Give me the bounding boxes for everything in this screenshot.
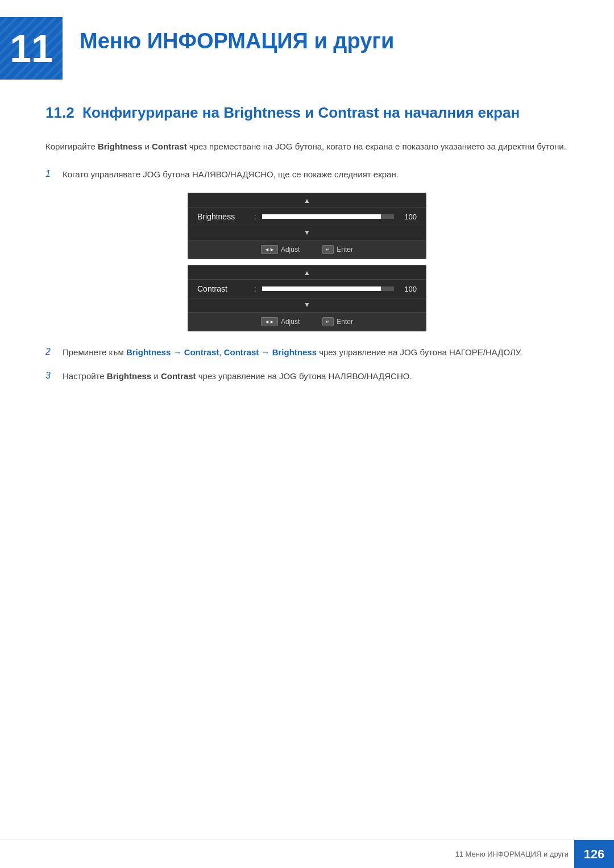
section-number: 11.2 — [45, 104, 74, 121]
intro-text-3: чрез преместване на JOG бутона, когато н… — [187, 142, 566, 151]
step2-item: 2 Преминете към Brightness → Contrast, C… — [45, 346, 569, 359]
enter-label-2: Enter — [337, 318, 353, 326]
chapter-number-block: 11 — [0, 17, 63, 80]
contrast-adjust-btn: ◄► Adjust — [261, 317, 300, 326]
step3-bold2: Contrast — [161, 371, 196, 381]
step2-arrow2: → — [259, 347, 272, 357]
step3-text1: Настройте — [63, 371, 107, 381]
intro-text-2: и — [142, 142, 152, 151]
section-title-text: Конфигуриране на Brightness и Contrast н… — [82, 104, 520, 121]
contrast-label: Contrast — [197, 284, 248, 293]
step2-bold3: Contrast — [224, 347, 259, 357]
contrast-enter-btn: ↵ Enter — [322, 317, 353, 326]
brightness-enter-btn: ↵ Enter — [322, 245, 353, 254]
step2-bold1: Brightness — [126, 347, 171, 357]
chapter-number: 11 — [10, 29, 53, 68]
step2-text: Преминете към Brightness → Contrast, Con… — [63, 346, 569, 359]
adjust-icon-2: ◄► — [261, 317, 278, 326]
down-arrow-icon-2: ▼ — [304, 301, 310, 309]
step2-sep: , — [219, 347, 223, 357]
contrast-bar — [262, 286, 394, 291]
footer-page-number: 126 — [574, 840, 614, 869]
brightness-top-arrow: ▲ — [188, 193, 426, 207]
step2-arrow1: → — [171, 347, 184, 357]
step1-item: 1 Когато управлявате JOG бутона НАЛЯВО/Н… — [45, 168, 569, 181]
step3-bold1: Brightness — [107, 371, 151, 381]
brightness-colon: : — [254, 212, 256, 221]
contrast-top-arrow: ▲ — [188, 265, 426, 280]
adjust-icon: ◄► — [261, 245, 278, 254]
contrast-bar-fill — [262, 286, 381, 291]
contrast-row: Contrast : 100 — [188, 280, 426, 298]
step1-number: 1 — [45, 168, 63, 179]
brightness-osd-panel: ▲ Brightness : 100 ▼ ◄► Adjust — [188, 193, 426, 259]
intro-bold1: Brightness — [98, 142, 142, 151]
brightness-row: Brightness : 100 — [188, 207, 426, 226]
page-footer: 11 Меню ИНФОРМАЦИЯ и други 126 — [0, 840, 614, 868]
enter-icon: ↵ — [322, 245, 334, 254]
intro-paragraph: Коригирайте Brightness и Contrast чрез п… — [45, 140, 569, 153]
down-arrow-icon: ▼ — [304, 229, 310, 236]
step3-number: 3 — [45, 369, 63, 381]
main-content: 11.2 Конфигуриране на Brightness и Contr… — [0, 102, 614, 439]
step3-text3: чрез управление на JOG бутона НАЛЯВО/НАД… — [196, 371, 412, 381]
section-title: 11.2 Конфигуриране на Brightness и Contr… — [45, 102, 569, 123]
contrast-footer: ◄► Adjust ↵ Enter — [188, 313, 426, 331]
step2-text2: чрез управление на JOG бутона НАГОРЕ/НАД… — [317, 347, 522, 357]
brightness-label: Brightness — [197, 212, 248, 221]
step2-number: 2 — [45, 346, 63, 357]
contrast-osd-panel: ▲ Contrast : 100 ▼ ◄► Adjust — [188, 265, 426, 331]
header: 11 Меню ИНФОРМАЦИЯ и други — [0, 0, 614, 91]
contrast-value: 100 — [400, 285, 417, 293]
enter-label: Enter — [337, 246, 353, 254]
brightness-adjust-btn: ◄► Adjust — [261, 245, 300, 254]
intro-text-1: Коригирайте — [45, 142, 98, 151]
enter-icon-2: ↵ — [322, 317, 334, 326]
chapter-title: Меню ИНФОРМАЦИЯ и други — [63, 17, 394, 55]
contrast-colon: : — [254, 284, 256, 293]
brightness-bar — [262, 214, 394, 219]
up-arrow-icon: ▲ — [304, 197, 310, 205]
up-arrow-icon-2: ▲ — [304, 269, 310, 277]
brightness-bottom-arrow: ▼ — [188, 226, 426, 240]
screen-container: ▲ Brightness : 100 ▼ ◄► Adjust — [45, 193, 569, 331]
step1-text: Когато управлявате JOG бутона НАЛЯВО/НАД… — [63, 168, 569, 181]
step3-text: Настройте Brightness и Contrast чрез упр… — [63, 369, 569, 383]
brightness-footer: ◄► Adjust ↵ Enter — [188, 240, 426, 259]
intro-bold2: Contrast — [152, 142, 187, 151]
brightness-value: 100 — [400, 213, 417, 221]
adjust-label: Adjust — [281, 246, 300, 254]
step2-bold2: Contrast — [184, 347, 219, 357]
step3-item: 3 Настройте Brightness и Contrast чрез у… — [45, 369, 569, 383]
contrast-bottom-arrow: ▼ — [188, 298, 426, 313]
step3-text2: и — [151, 371, 161, 381]
footer-text: 11 Меню ИНФОРМАЦИЯ и други — [455, 850, 574, 858]
brightness-bar-fill — [262, 214, 381, 219]
step2-bold4: Brightness — [272, 347, 317, 357]
adjust-label-2: Adjust — [281, 318, 300, 326]
step2-text1: Преминете към — [63, 347, 126, 357]
